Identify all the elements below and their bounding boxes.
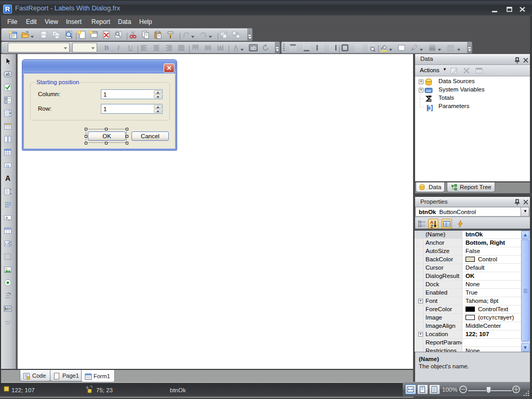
svg-text:Z: Z: [430, 224, 433, 229]
svg-text:#_: #_: [6, 216, 10, 220]
svg-text:abl: abl: [5, 306, 10, 311]
svg-text:+: +: [419, 224, 421, 227]
svg-text:A: A: [5, 174, 10, 182]
svg-text:12: 12: [5, 242, 9, 246]
svg-text:ab: ab: [5, 72, 10, 77]
svg-text:]: ]: [431, 103, 433, 111]
svg-text:xy: xy: [6, 164, 9, 168]
svg-text:+: +: [419, 220, 421, 223]
